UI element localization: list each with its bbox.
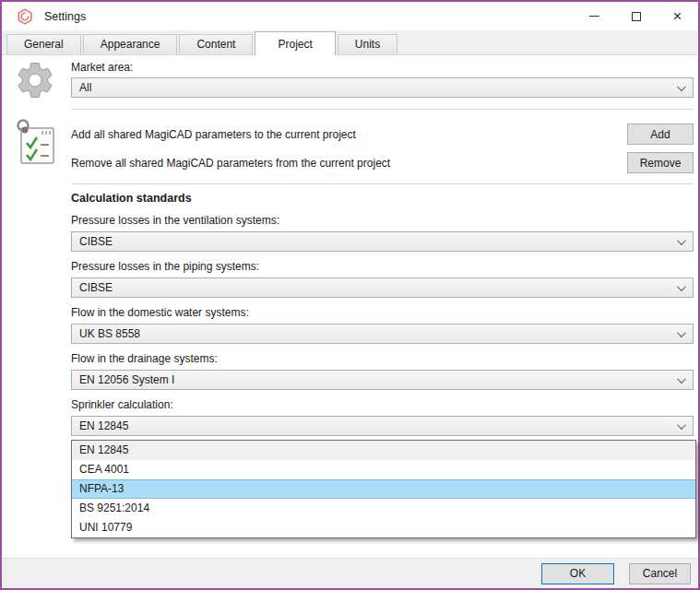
market-area-label: Market area: xyxy=(71,61,694,75)
tab-appearance[interactable]: Appearance xyxy=(83,34,178,54)
ventilation-pressure-value: CIBSE xyxy=(79,235,677,248)
remove-button[interactable]: Remove xyxy=(627,152,694,173)
drainage-flow-value: EN 12056 System I xyxy=(79,373,677,386)
add-button[interactable]: Add xyxy=(627,124,694,145)
drainage-flow-label: Flow in the drainage systems: xyxy=(71,352,694,365)
checklist-icon xyxy=(14,117,58,167)
section-icons xyxy=(14,59,60,167)
cancel-button[interactable]: Cancel xyxy=(629,563,691,584)
market-area-value: All xyxy=(79,81,677,94)
domestic-water-flow-label: Flow in the domestic water systems: xyxy=(71,306,694,319)
dropdown-option-uni-10779[interactable]: UNI 10779 xyxy=(72,518,695,537)
tab-project[interactable]: Project xyxy=(255,31,335,55)
dialog-footer: OK Cancel xyxy=(2,558,698,588)
close-button[interactable]: × xyxy=(657,2,698,30)
window-title: Settings xyxy=(44,10,86,23)
chevron-down-icon xyxy=(677,328,686,337)
domestic-water-flow-select[interactable]: UK BS 8558 xyxy=(71,324,694,344)
minimize-button[interactable] xyxy=(574,2,615,30)
tab-content[interactable]: Content xyxy=(179,34,253,54)
separator xyxy=(71,109,694,110)
maximize-button[interactable] xyxy=(615,2,657,30)
chevron-down-icon xyxy=(677,82,686,91)
settings-window: Settings × General Appearance Content Pr… xyxy=(0,0,700,590)
magicad-logo-icon xyxy=(17,8,33,25)
dropdown-option-en-12845[interactable]: EN 12845 xyxy=(72,441,695,460)
settings-form: Market area: All Add all shared MagiCAD … xyxy=(71,61,694,436)
tab-units[interactable]: Units xyxy=(338,34,397,54)
close-icon: × xyxy=(673,8,682,24)
separator xyxy=(71,183,694,184)
sprinkler-calculation-label: Sprinkler calculation: xyxy=(71,398,694,411)
sprinkler-calculation-value: EN 12845 xyxy=(79,419,677,432)
project-tab-panel: Market area: All Add all shared MagiCAD … xyxy=(2,55,698,558)
add-parameters-text: Add all shared MagiCAD parameters to the… xyxy=(71,128,356,141)
piping-pressure-label: Pressure losses in the piping systems: xyxy=(71,260,694,273)
piping-pressure-value: CIBSE xyxy=(79,281,677,294)
dropdown-option-cea-4001[interactable]: CEA 4001 xyxy=(72,460,695,479)
sprinkler-calculation-select[interactable]: EN 12845 xyxy=(71,416,694,436)
ventilation-pressure-label: Pressure losses in the ventilation syste… xyxy=(71,214,694,227)
piping-pressure-select[interactable]: CIBSE xyxy=(71,277,694,298)
ok-button[interactable]: OK xyxy=(541,563,614,584)
gear-icon xyxy=(14,59,56,101)
tab-general[interactable]: General xyxy=(6,34,81,54)
ventilation-pressure-select[interactable]: CIBSE xyxy=(71,231,694,252)
remove-parameters-text: Remove all shared MagiCAD parameters fro… xyxy=(71,157,390,170)
minimize-icon xyxy=(589,16,599,17)
tab-bar: General Appearance Content Project Units xyxy=(2,30,698,55)
chevron-down-icon xyxy=(677,374,686,384)
dropdown-option-bs-9251-2014[interactable]: BS 9251:2014 xyxy=(72,499,695,518)
maximize-icon xyxy=(632,12,641,21)
titlebar: Settings × xyxy=(2,2,698,30)
domestic-water-flow-value: UK BS 8558 xyxy=(79,327,677,340)
chevron-down-icon xyxy=(677,236,686,245)
sprinkler-dropdown-list: EN 12845 CEA 4001 NFPA-13 BS 9251:2014 U… xyxy=(71,440,696,538)
chevron-down-icon xyxy=(677,282,686,291)
calculation-standards-heading: Calculation standards xyxy=(71,192,694,206)
market-area-select[interactable]: All xyxy=(71,77,694,98)
chevron-down-icon xyxy=(677,420,686,430)
drainage-flow-select[interactable]: EN 12056 System I xyxy=(71,370,694,390)
dropdown-option-nfpa-13[interactable]: NFPA-13 xyxy=(72,479,695,499)
